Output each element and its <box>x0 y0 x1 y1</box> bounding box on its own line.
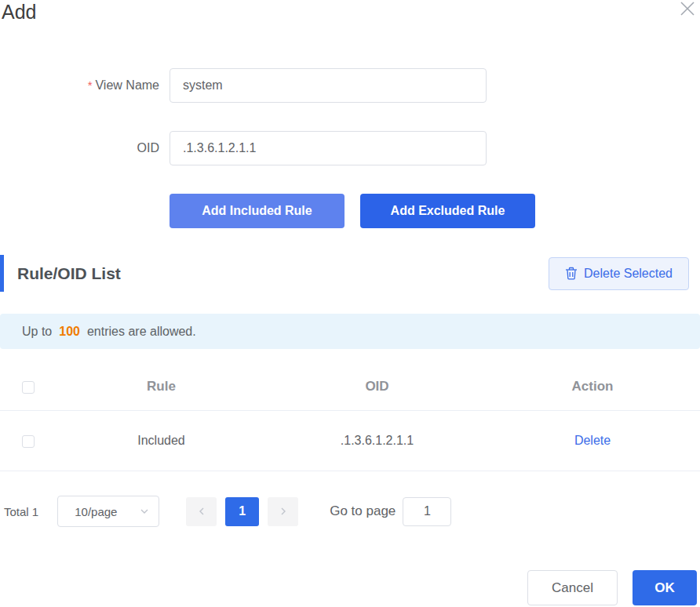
view-name-label-text: View Name <box>95 78 159 92</box>
pagination-bar: Total 1 10/page 1 Go to page <box>0 496 700 527</box>
cancel-button[interactable]: Cancel <box>527 570 618 605</box>
table-header-row: Rule OID Action <box>0 363 700 411</box>
row-checkbox-cell <box>0 434 53 448</box>
view-name-row: *View Name <box>0 68 700 103</box>
limit-number: 100 <box>59 325 80 339</box>
current-page-button[interactable]: 1 <box>225 497 259 526</box>
add-excluded-rule-button[interactable]: Add Excluded Rule <box>360 194 535 228</box>
view-form: *View Name OID Add Included Rule Add Exc… <box>0 68 700 228</box>
close-icon[interactable] <box>678 0 697 19</box>
rule-buttons-row: Add Included Rule Add Excluded Rule <box>170 194 700 228</box>
required-asterisk: * <box>88 78 93 92</box>
chevron-down-icon <box>140 507 149 516</box>
limit-prefix: Up to <box>22 325 52 339</box>
chevron-left-icon <box>197 507 206 516</box>
chevron-right-icon <box>279 507 288 516</box>
page-size-value: 10/page <box>75 505 117 518</box>
close-x-glyph <box>679 0 696 17</box>
view-name-input[interactable] <box>170 68 487 103</box>
table-row: Included .1.3.6.1.2.1.1 Delete <box>0 411 700 471</box>
next-page-button[interactable] <box>268 497 298 526</box>
rule-oid-table: Rule OID Action Included .1.3.6.1.2.1.1 … <box>0 363 700 471</box>
limit-suffix: entries are allowed. <box>87 325 196 339</box>
dialog-header: Add <box>0 0 700 24</box>
goto-page-input[interactable] <box>403 497 451 526</box>
entries-limit-banner: Up to 100 entries are allowed. <box>0 314 700 349</box>
oid-column-header: OID <box>269 379 485 394</box>
dialog-footer: Cancel OK <box>527 570 697 605</box>
rule-oid-list-header: Rule/OID List Delete Selected <box>0 255 700 292</box>
page-size-select[interactable]: 10/page <box>57 496 159 527</box>
goto-page-label: Go to page <box>330 503 396 519</box>
oid-row: OID <box>0 131 700 165</box>
oid-label-text: OID <box>137 141 159 154</box>
delete-selected-label: Delete Selected <box>584 267 673 281</box>
oid-label: OID <box>0 141 159 155</box>
add-dialog: Add *View Name OID Add Included Rule Add… <box>0 0 700 607</box>
pager: 1 <box>186 497 298 526</box>
rule-column-header: Rule <box>53 379 269 394</box>
select-all-cell <box>0 379 53 394</box>
ok-button[interactable]: OK <box>633 570 697 605</box>
trash-icon <box>565 267 578 280</box>
row-rule-value: Included <box>53 434 269 448</box>
oid-input[interactable] <box>170 131 487 165</box>
total-count-label: Total 1 <box>4 505 38 518</box>
add-included-rule-button[interactable]: Add Included Rule <box>170 194 345 228</box>
select-all-checkbox[interactable] <box>22 381 35 394</box>
row-checkbox[interactable] <box>22 435 35 448</box>
action-column-header: Action <box>485 379 700 394</box>
dialog-title: Add <box>2 0 700 24</box>
view-name-label: *View Name <box>0 78 159 93</box>
row-delete-link[interactable]: Delete <box>574 434 611 448</box>
delete-selected-button[interactable]: Delete Selected <box>549 257 689 290</box>
section-accent-bar <box>0 255 4 292</box>
row-oid-value: .1.3.6.1.2.1.1 <box>269 434 485 448</box>
prev-page-button[interactable] <box>186 497 217 526</box>
section-title: Rule/OID List <box>17 264 549 283</box>
